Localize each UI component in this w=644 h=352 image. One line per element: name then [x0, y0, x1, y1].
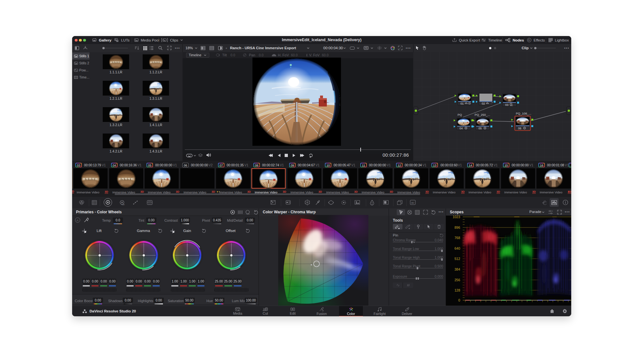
svg-text:fx: fx: [528, 39, 530, 42]
svg-text:A: A: [77, 219, 79, 222]
svg-text:640: 640: [454, 246, 460, 250]
svg-text:03: 03: [505, 103, 508, 107]
svg-text:PQ: PQ: [458, 113, 462, 116]
svg-text:512: 512: [454, 257, 460, 261]
svg-text:768: 768: [454, 236, 460, 240]
svg-text:06: 06: [518, 127, 521, 130]
svg-text:HQ: HQ: [365, 47, 367, 49]
svg-text:896: 896: [454, 226, 460, 229]
svg-text:01: 01: [460, 102, 464, 105]
svg-text:HDR: HDR: [510, 105, 513, 107]
svg-text:05: 05: [478, 127, 482, 130]
svg-text:HDR: HDR: [121, 204, 125, 206]
svg-text:0: 0: [458, 298, 460, 302]
svg-text:1023: 1023: [453, 216, 460, 219]
svg-text:3D: 3D: [411, 201, 414, 204]
svg-text:384: 384: [454, 267, 460, 271]
svg-text:PQ_108_...: PQ_108_...: [516, 112, 531, 115]
svg-text:02: 02: [482, 102, 485, 105]
svg-text:128: 128: [454, 288, 460, 292]
svg-text:04: 04: [459, 127, 463, 130]
svg-text:PQ_250_...: PQ_250_...: [475, 113, 490, 116]
svg-text:⤢: ⤢: [399, 47, 401, 49]
svg-text:LOG: LOG: [247, 213, 250, 215]
svg-text:256: 256: [454, 278, 460, 282]
